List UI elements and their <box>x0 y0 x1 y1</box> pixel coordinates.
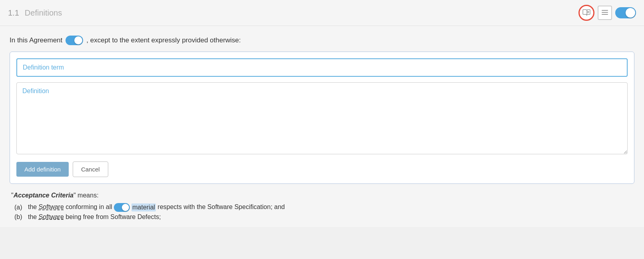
definition-sub-a: (a) the Software conforming in all mater… <box>11 203 633 212</box>
svg-rect-3 <box>602 12 608 13</box>
add-to-book-icon-button[interactable] <box>578 5 594 21</box>
material-toggle[interactable] <box>114 203 130 212</box>
main-content: In this Agreement , except to the extent… <box>0 26 644 227</box>
svg-rect-2 <box>602 10 608 11</box>
sub-text-b: the Software being free from Software De… <box>28 213 161 221</box>
section-header: 1.1 Definitions <box>0 0 644 26</box>
add-definition-button[interactable]: Add definition <box>16 162 69 177</box>
definition-term-input[interactable] <box>16 58 628 77</box>
intro-line: In this Agreement , except to the extent… <box>10 36 634 45</box>
sub-label-a: (a) <box>14 204 22 211</box>
software-link-b: Software <box>39 213 64 220</box>
material-word: material <box>131 203 156 211</box>
software-link-a: Software <box>39 203 64 210</box>
definitions-content: "Acceptance Criteria" means: (a) the Sof… <box>10 192 634 221</box>
list-icon-button[interactable] <box>598 6 612 20</box>
form-buttons: Add definition Cancel <box>16 161 628 177</box>
sub-label-b: (b) <box>14 213 22 221</box>
definition-entry: "Acceptance Criteria" means: <box>11 192 633 199</box>
definition-sub-b: (b) the Software being free from Softwar… <box>11 213 633 221</box>
header-icons <box>578 5 636 21</box>
section-number-title: 1.1 Definitions <box>8 8 62 18</box>
intro-text-before: In this Agreement <box>10 36 62 44</box>
sub-text-a: the Software conforming in all material … <box>28 203 285 212</box>
definition-term: Acceptance Criteria <box>14 192 74 199</box>
means-text: " means: <box>74 192 99 199</box>
section-title: Definitions <box>25 8 62 18</box>
cancel-button[interactable]: Cancel <box>73 161 108 177</box>
definition-form-box: Add definition Cancel <box>10 52 634 184</box>
section-number: 1.1 <box>8 8 19 18</box>
intro-text-after: , except to the extent expressly provide… <box>86 36 241 44</box>
intro-toggle[interactable] <box>66 36 83 45</box>
svg-rect-4 <box>602 14 608 15</box>
header-toggle[interactable] <box>615 7 636 18</box>
definition-text-area[interactable] <box>16 82 628 154</box>
page-container: 1.1 Definitions <box>0 0 644 227</box>
